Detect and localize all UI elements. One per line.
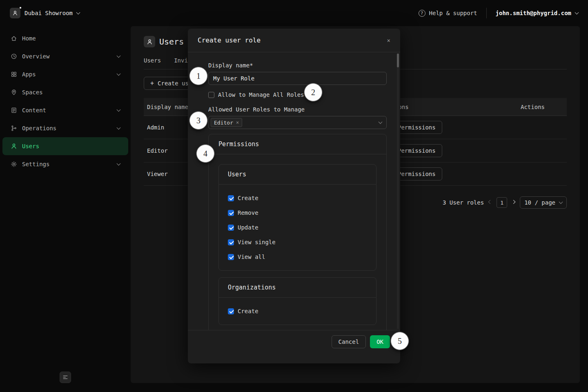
permission-option: Remove	[228, 208, 367, 217]
option-label: View all	[238, 254, 265, 260]
annotation-step-4: 4	[196, 145, 214, 163]
menu-fold-icon	[62, 374, 68, 380]
permissions-section-title: Permissions	[209, 134, 386, 154]
annotation-step-5: 5	[391, 332, 409, 350]
pagination-prev-button[interactable]	[489, 202, 492, 203]
permission-option: Create	[228, 194, 367, 203]
sidebar-item-label: Users	[22, 143, 39, 149]
create-user-role-modal: Create user role × Display name* Allow t…	[188, 29, 400, 363]
help-support-link[interactable]: ? Help & support	[419, 10, 477, 17]
overview-icon	[11, 53, 17, 60]
spaces-icon	[11, 89, 17, 96]
topbar: Dubai Showroom ? Help & support john.smi…	[0, 0, 588, 26]
settings-icon	[11, 161, 17, 167]
chevron-down-icon	[117, 126, 121, 130]
sidebar-item-label: Home	[22, 35, 36, 42]
permissions-section: Permissions Users Create Remove	[208, 134, 387, 330]
account-menu[interactable]: john.smith@phygrid.com	[496, 10, 578, 16]
column-actions: Actions	[506, 104, 567, 110]
remove-tag-icon[interactable]: ×	[236, 120, 239, 125]
view-all-checkbox[interactable]	[228, 254, 234, 260]
allow-manage-all-row: Allow to Manage All Roles	[208, 91, 387, 98]
create-checkbox[interactable]	[228, 195, 234, 201]
scrollbar[interactable]	[397, 53, 399, 329]
sidebar-item-operations[interactable]: Operations	[0, 119, 131, 137]
permission-option: View all	[228, 252, 367, 261]
option-label: View single	[238, 239, 276, 245]
apps-icon	[11, 71, 17, 78]
annotation-step-2: 2	[304, 83, 322, 101]
group-title: Users	[219, 165, 376, 185]
sidebar-item-content[interactable]: Content	[0, 101, 131, 119]
home-icon	[11, 35, 17, 42]
chevron-down-icon	[117, 72, 121, 76]
sidebar-item-label: Apps	[22, 71, 36, 78]
org-switcher[interactable]: Dubai Showroom	[10, 8, 80, 18]
plus-icon: +	[150, 80, 154, 87]
allow-manage-all-label: Allow to Manage All Roles	[218, 91, 304, 98]
display-name-label: Display name*	[208, 62, 387, 69]
modal-header: Create user role ×	[188, 29, 400, 52]
role-tag-label: Editor	[214, 120, 233, 126]
option-label: Create	[238, 195, 258, 201]
create-checkbox[interactable]	[228, 308, 234, 314]
sidebar-item-settings[interactable]: Settings	[0, 155, 131, 173]
permission-option: Update	[228, 223, 367, 232]
close-icon[interactable]: ×	[387, 37, 390, 44]
sidebar-item-label: Spaces	[22, 89, 43, 96]
sidebar-item-users[interactable]: Users	[2, 137, 128, 155]
allowed-roles-label: Allowed User Roles to Manage	[208, 106, 387, 113]
pagination-next-button[interactable]	[512, 202, 515, 203]
sidebar-item-label: Operations	[22, 125, 56, 131]
topbar-right: ? Help & support john.smith@phygrid.com	[419, 8, 578, 18]
remove-checkbox[interactable]	[228, 210, 234, 216]
update-checkbox[interactable]	[228, 225, 234, 231]
tab-users[interactable]: Users	[144, 57, 161, 69]
chevron-down-icon	[117, 162, 121, 166]
sidebar-item-spaces[interactable]: Spaces	[0, 83, 131, 101]
cancel-button[interactable]: Cancel	[332, 335, 366, 348]
option-label: Update	[238, 224, 258, 231]
allowed-roles-select[interactable]: Editor ×	[208, 116, 387, 129]
ok-button[interactable]: OK	[370, 335, 390, 348]
option-label: Remove	[238, 209, 258, 216]
sidebar-item-overview[interactable]: Overview	[0, 47, 131, 65]
modal-title: Create user role	[198, 36, 261, 44]
notification-dot	[19, 7, 22, 9]
user-avatar-icon	[12, 10, 18, 16]
users-icon	[144, 36, 155, 47]
org-avatar[interactable]	[10, 8, 20, 18]
allow-manage-all-checkbox[interactable]	[208, 92, 214, 98]
display-name-input[interactable]	[208, 72, 387, 85]
scrollbar-thumb[interactable]	[397, 53, 399, 67]
chevron-down-icon	[76, 11, 80, 15]
permission-option: Create	[228, 307, 367, 316]
sidebar-item-home[interactable]: Home	[0, 29, 131, 47]
sidebar-item-label: Settings	[22, 161, 49, 167]
chevron-right-icon	[512, 200, 516, 204]
option-label: Create	[238, 308, 258, 314]
sidebar-item-label: Content	[22, 107, 46, 114]
chevron-down-icon	[117, 54, 121, 58]
permissions-groups: Users Create Remove Update	[209, 154, 386, 330]
sidebar-collapse-button[interactable]	[60, 372, 71, 383]
permission-option: View single	[228, 238, 367, 247]
page-size-value: 10 / page	[524, 199, 555, 206]
page-title: Users	[159, 37, 184, 47]
sidebar-item-apps[interactable]: Apps	[0, 65, 131, 83]
org-name: Dubai Showroom	[24, 10, 73, 16]
operations-icon	[11, 125, 17, 131]
chevron-left-icon	[488, 200, 492, 204]
page-size-select[interactable]: 10 / page	[520, 196, 567, 209]
chevron-down-icon	[575, 11, 579, 15]
pagination-page-1[interactable]: 1	[497, 197, 507, 208]
modal-body: Display name* Allow to Manage All Roles …	[188, 52, 400, 330]
divider	[486, 8, 487, 18]
annotation-step-1: 1	[189, 67, 207, 85]
chevron-down-icon	[117, 108, 121, 112]
modal-footer: Cancel OK	[188, 330, 400, 363]
view-single-checkbox[interactable]	[228, 239, 234, 245]
pagination-total: 3 User roles	[443, 199, 484, 206]
permissions-group-organizations: Organizations Create	[218, 277, 376, 325]
users-icon	[11, 143, 17, 149]
